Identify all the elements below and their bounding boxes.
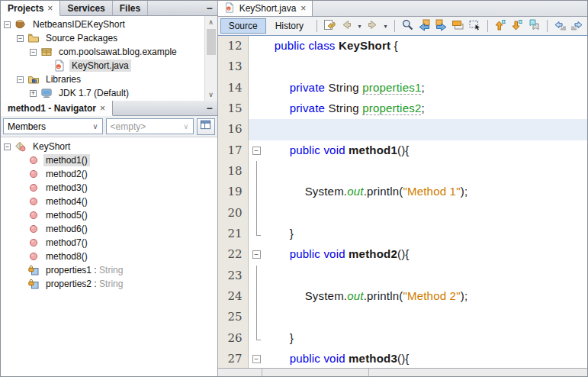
fold-margin[interactable] <box>249 161 265 182</box>
navigator-tree-item[interactable]: method4() <box>1 195 217 208</box>
fold-margin[interactable] <box>249 36 265 56</box>
history-toggle-button[interactable]: History <box>267 18 312 34</box>
code-line[interactable]: 27−public void method3(){ <box>218 349 587 368</box>
tab-files[interactable]: Files <box>113 1 148 15</box>
tab-projects[interactable]: Projects × <box>1 1 60 16</box>
code-fold-collapse-icon[interactable]: − <box>252 355 261 363</box>
code-text[interactable]: System.out.println("Method 2"); <box>265 286 587 307</box>
close-icon[interactable]: × <box>300 3 306 14</box>
project-tree-item[interactable]: −Libraries <box>1 72 204 86</box>
navigator-tree-item[interactable]: method2() <box>1 167 217 181</box>
fold-margin[interactable]: − <box>249 349 265 368</box>
code-editor[interactable]: 12public class KeyShort {1314private Str… <box>218 36 587 368</box>
collapse-icon[interactable]: − <box>30 49 37 56</box>
line-number[interactable]: 15 <box>218 98 249 119</box>
code-text[interactable]: public void method2(){ <box>265 244 587 265</box>
code-text[interactable]: private String properties2; <box>265 98 587 119</box>
scrollbar-thumb[interactable] <box>207 29 216 55</box>
scroll-down-icon[interactable]: ∨ <box>205 89 217 100</box>
code-line[interactable]: 23 <box>218 266 587 286</box>
navigator-tree-item[interactable]: method1() <box>1 153 217 167</box>
minimize-icon[interactable]: − <box>206 1 212 15</box>
close-icon[interactable]: × <box>100 103 105 114</box>
code-text[interactable] <box>265 266 587 286</box>
line-number[interactable]: 22 <box>218 244 249 265</box>
inheritance-dropdown[interactable]: <empty> ∨ <box>106 118 194 134</box>
fold-margin[interactable] <box>249 224 265 244</box>
fold-margin[interactable] <box>249 98 265 119</box>
fold-margin[interactable] <box>249 328 265 349</box>
editor-tab-keyshort[interactable]: KeyShort.java × <box>218 1 313 16</box>
code-text[interactable]: } <box>265 328 587 349</box>
next-bookmark-button[interactable] <box>509 18 525 34</box>
line-number[interactable]: 12 <box>218 36 249 56</box>
find-next-button[interactable] <box>433 18 449 34</box>
collapse-icon[interactable]: − <box>4 143 11 150</box>
projects-scrollbar[interactable]: ∧ ∨ <box>204 16 217 101</box>
line-number[interactable]: 21 <box>218 224 249 244</box>
code-text[interactable]: private String properties1; <box>265 78 587 98</box>
find-selection-button[interactable] <box>400 18 416 34</box>
members-dropdown[interactable]: Members ∨ <box>3 118 103 134</box>
line-number[interactable]: 19 <box>218 182 249 202</box>
code-line[interactable]: 20 <box>218 203 587 224</box>
fold-margin[interactable] <box>249 78 265 98</box>
code-line[interactable]: 24System.out.println("Method 2"); <box>218 286 587 307</box>
fold-margin[interactable] <box>249 203 265 224</box>
forward-dropdown-button[interactable]: ▾ <box>381 18 390 34</box>
find-previous-button[interactable] <box>416 18 432 34</box>
project-tree-item[interactable]: −com.poolsawat.blog.example <box>1 45 204 59</box>
scroll-up-icon[interactable]: ∧ <box>205 17 217 27</box>
code-line[interactable]: 21} <box>218 224 587 244</box>
project-tree-item[interactable]: KeyShort.java <box>1 59 204 72</box>
code-fold-collapse-icon[interactable]: − <box>252 147 261 155</box>
code-text[interactable] <box>265 161 587 182</box>
fold-margin[interactable] <box>249 56 265 77</box>
rectangular-selection-button[interactable] <box>467 18 483 34</box>
line-number[interactable]: 13 <box>218 56 249 77</box>
code-text[interactable]: public void method1(){ <box>265 140 587 161</box>
line-number[interactable]: 23 <box>218 266 249 286</box>
source-toggle-button[interactable]: Source <box>220 18 266 34</box>
code-line[interactable]: 13 <box>218 56 587 77</box>
toggle-bookmark-button[interactable] <box>526 18 542 34</box>
line-number[interactable]: 18 <box>218 161 249 182</box>
fold-margin[interactable]: − <box>249 244 265 265</box>
code-text[interactable]: public class KeyShort { <box>265 36 587 56</box>
projects-tree-area[interactable]: −NetbeansIDEKeyShort−Source Packages−com… <box>1 16 217 101</box>
code-line[interactable]: 16 <box>218 119 587 140</box>
forward-button[interactable] <box>365 18 381 34</box>
code-line[interactable]: 26} <box>218 328 587 349</box>
code-fold-collapse-icon[interactable]: − <box>252 250 261 259</box>
navigator-tree-area[interactable]: −KeyShortmethod1()method2()method3()meth… <box>1 137 217 376</box>
code-text[interactable] <box>265 307 587 327</box>
line-number[interactable]: 14 <box>218 78 249 98</box>
fold-margin[interactable] <box>249 266 265 286</box>
navigator-tree-item[interactable]: method7() <box>1 236 217 250</box>
navigator-tree-item[interactable]: method8() <box>1 250 217 263</box>
code-line[interactable]: 19System.out.println("Method 1"); <box>218 182 587 202</box>
code-line[interactable]: 18 <box>218 161 587 182</box>
tab-services[interactable]: Services <box>60 1 112 15</box>
line-number[interactable]: 26 <box>218 328 249 349</box>
code-line[interactable]: 14private String properties1; <box>218 78 587 98</box>
navigator-tree-item[interactable]: method6() <box>1 222 217 236</box>
fold-margin[interactable] <box>249 182 265 202</box>
line-number[interactable]: 27 <box>218 349 249 368</box>
collapse-icon[interactable]: − <box>17 35 24 42</box>
fold-margin[interactable]: − <box>249 140 265 161</box>
line-number[interactable]: 20 <box>218 203 249 224</box>
code-text[interactable] <box>265 119 587 140</box>
toggle-highlight-button[interactable] <box>450 18 466 34</box>
navigator-tree-item[interactable]: −KeyShort <box>1 140 217 153</box>
code-text[interactable]: } <box>265 224 587 244</box>
navigator-view-button[interactable] <box>197 118 215 135</box>
project-tree-item[interactable]: −Source Packages <box>1 31 204 45</box>
collapse-icon[interactable]: − <box>4 21 11 28</box>
fold-margin[interactable] <box>249 286 265 307</box>
code-line[interactable]: 22−public void method2(){ <box>218 244 587 265</box>
navigator-tree-item[interactable]: method3() <box>1 181 217 195</box>
code-line[interactable]: 17−public void method1(){ <box>218 140 587 161</box>
back-dropdown-button[interactable]: ▾ <box>355 18 364 34</box>
fold-margin[interactable] <box>249 119 265 140</box>
